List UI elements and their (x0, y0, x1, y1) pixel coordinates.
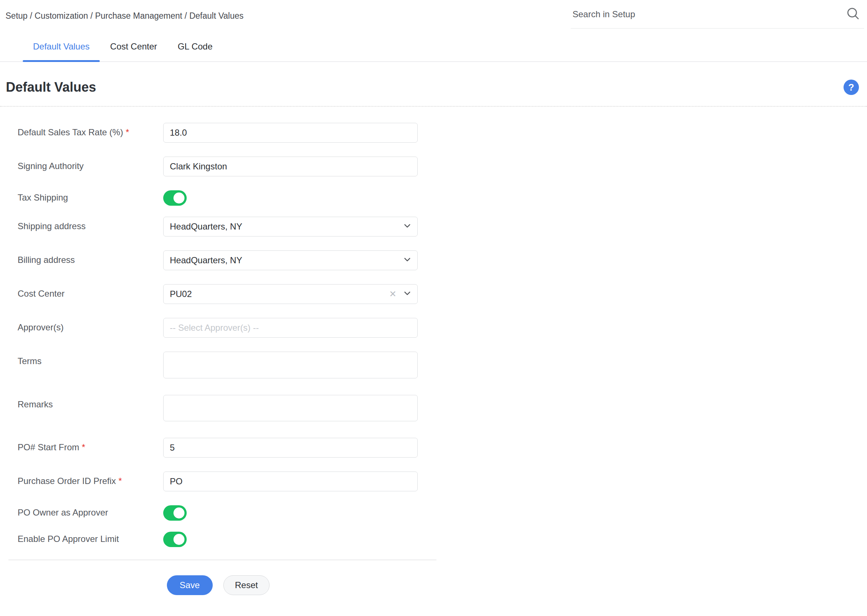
approvers-input[interactable] (163, 318, 418, 338)
breadcrumb[interactable]: Setup / Customization / Purchase Managem… (5, 11, 244, 21)
setup-search-bar (571, 0, 864, 28)
search-input[interactable] (571, 9, 846, 19)
tab-default-values[interactable]: Default Values (23, 41, 100, 61)
field-remarks: Remarks (17, 395, 436, 421)
field-label: Tax Shipping (17, 190, 163, 203)
signing-authority-input[interactable] (163, 157, 418, 176)
field-label: Enable PO Approver Limit (17, 532, 163, 544)
form-actions: Save Reset (0, 575, 436, 595)
page-title: Default Values (6, 80, 96, 94)
field-label: Default Sales Tax Rate (%)* (17, 123, 163, 137)
tab-cost-center[interactable]: Cost Center (100, 41, 167, 61)
terms-input[interactable] (163, 352, 418, 379)
field-signing-authority: Signing Authority (17, 157, 436, 176)
field-label: Shipping address (17, 217, 163, 231)
default-values-form: Default Sales Tax Rate (%)* Signing Auth… (0, 107, 436, 595)
tab-gl-code[interactable]: GL Code (167, 41, 223, 61)
field-label: Billing address (17, 250, 163, 265)
billing-address-select[interactable]: HeadQuarters, NY (163, 250, 418, 270)
field-approvers: Approver(s) (17, 318, 436, 338)
field-label: PO# Start From* (17, 438, 163, 453)
po-owner-as-approver-toggle[interactable] (163, 505, 187, 521)
chevron-down-icon (402, 288, 412, 300)
remarks-input[interactable] (163, 395, 418, 421)
reset-button[interactable]: Reset (223, 575, 270, 595)
required-asterisk: * (118, 476, 122, 486)
search-icon[interactable] (846, 6, 861, 22)
default-sales-tax-rate-input[interactable] (163, 123, 418, 143)
field-label: Cost Center (17, 284, 163, 299)
shipping-address-select[interactable]: HeadQuarters, NY (163, 217, 418, 237)
required-asterisk: * (126, 127, 129, 137)
field-tax-shipping: Tax Shipping (17, 190, 436, 206)
clear-icon[interactable]: ✕ (389, 289, 397, 299)
field-purchase-order-id-prefix: Purchase Order ID Prefix* (17, 471, 436, 491)
chevron-down-icon (402, 221, 412, 233)
form-divider (8, 559, 436, 560)
required-asterisk: * (82, 442, 85, 452)
page-header: Default Values ? (0, 62, 867, 107)
field-label: Purchase Order ID Prefix* (17, 471, 163, 486)
save-button[interactable]: Save (167, 575, 213, 595)
toggle-knob (173, 534, 184, 545)
toggle-knob (173, 508, 184, 519)
field-cost-center: Cost Center PU02 ✕ (17, 284, 436, 304)
field-label: Approver(s) (17, 318, 163, 333)
cost-center-select[interactable]: PU02 ✕ (163, 284, 418, 304)
field-label: Remarks (17, 395, 163, 410)
field-label: PO Owner as Approver (17, 505, 163, 518)
selected-value: PU02 (170, 289, 389, 299)
top-bar: Setup / Customization / Purchase Managem… (0, 0, 867, 29)
field-default-sales-tax-rate: Default Sales Tax Rate (%)* (17, 123, 436, 143)
tax-shipping-toggle[interactable] (163, 190, 187, 206)
field-po-owner-as-approver: PO Owner as Approver (17, 505, 436, 521)
enable-po-approver-limit-toggle[interactable] (163, 532, 187, 547)
help-button[interactable]: ? (843, 80, 859, 95)
field-shipping-address: Shipping address HeadQuarters, NY (17, 217, 436, 237)
selected-value: HeadQuarters, NY (170, 222, 402, 232)
field-billing-address: Billing address HeadQuarters, NY (17, 250, 436, 270)
selected-value: HeadQuarters, NY (170, 255, 402, 266)
po-start-from-input[interactable] (163, 438, 418, 457)
toggle-knob (173, 193, 184, 203)
tab-bar: Default Values Cost Center GL Code (0, 41, 867, 62)
field-po-start-from: PO# Start From* (17, 438, 436, 457)
chevron-down-icon (402, 255, 412, 267)
field-label: Terms (17, 352, 163, 366)
field-enable-po-approver-limit: Enable PO Approver Limit (17, 532, 436, 547)
field-terms: Terms (17, 352, 436, 379)
field-label: Signing Authority (17, 157, 163, 171)
purchase-order-id-prefix-input[interactable] (163, 471, 418, 491)
